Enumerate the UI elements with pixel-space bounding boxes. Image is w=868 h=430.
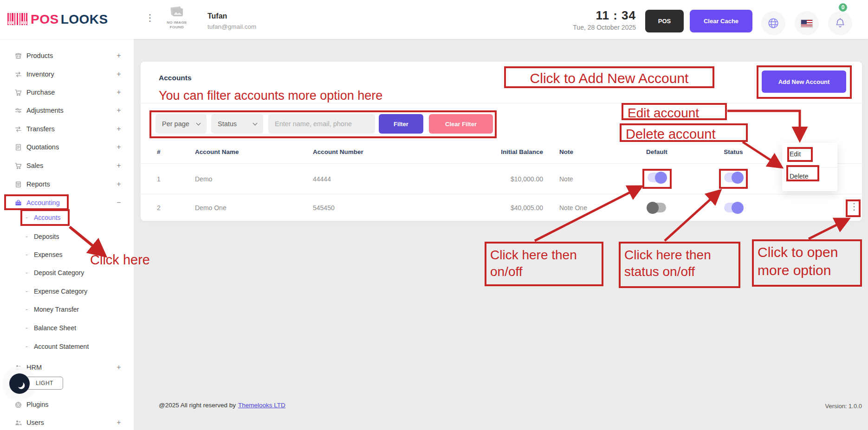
sidebar-subitem-money-transfer[interactable]: Money Transfer [0, 302, 134, 316]
exchange-arrows-icon [14, 70, 22, 78]
footer-version: Version: 1.0.0 [784, 403, 862, 410]
notifications-button[interactable] [828, 11, 852, 35]
expand-plus[interactable]: + [114, 180, 123, 188]
col-header-status: Status [696, 148, 771, 155]
subitem-label: Deposit Category [34, 269, 84, 276]
sidebar-item-sales[interactable]: Sales + [0, 158, 134, 173]
footer-copyright: @2025 All right reserved by Themelooks L… [159, 402, 285, 409]
sidebar-subitem-deposit-category[interactable]: Deposit Category [0, 266, 134, 280]
sidebar-item-label: Adjustments [26, 107, 64, 114]
sidebar-item-accounting[interactable]: Accounting − [0, 195, 134, 210]
top-bar: POSLOOKS ⋮ NO IMAGE FOUND Tufan tufan@gm… [0, 0, 868, 39]
expand-plus[interactable]: + [114, 51, 123, 60]
people-icon [14, 418, 22, 427]
bell-icon [834, 17, 846, 29]
app-logo[interactable]: POSLOOKS [7, 10, 108, 29]
user-email: tufan@gmail.com [207, 23, 256, 30]
sidebar-subitem-expenses[interactable]: Expenses [0, 248, 134, 262]
sidebar-item-label: Accounting [26, 199, 60, 206]
menu-item-delete[interactable]: Delete [790, 173, 808, 180]
expand-plus[interactable]: + [114, 106, 123, 115]
cell-num: 1 [157, 175, 161, 183]
status-toggle[interactable] [724, 173, 743, 182]
divider [782, 167, 837, 167]
sidebar-item-label: Plugins [26, 401, 49, 408]
sliders-icon [14, 106, 22, 115]
per-page-select[interactable]: Per page [155, 114, 207, 134]
sidebar-item-adjustments[interactable]: Adjustments + [0, 103, 134, 118]
annotation-box-default-hint [485, 242, 603, 286]
expand-plus[interactable]: + [114, 143, 123, 151]
sidebar-item-users[interactable]: Users + [0, 415, 134, 430]
cart-icon [14, 161, 22, 170]
globe-icon [767, 17, 779, 29]
annotation-box-status-hint [619, 242, 740, 288]
annotation-box-more-hint [752, 239, 862, 287]
expand-plus[interactable]: + [114, 363, 123, 372]
annotation-default-hint: Click here then on/off [490, 247, 577, 281]
subitem-label: Balance Sheet [34, 324, 76, 332]
cell-note: Note [559, 175, 573, 183]
toggle-knob [732, 172, 744, 184]
col-header-initial-balance: Initial Balance [466, 148, 543, 155]
status-toggle[interactable] [724, 203, 743, 212]
user-avatar[interactable]: NO IMAGE FOUND [163, 6, 190, 30]
header-menu-dots-icon[interactable]: ⋮ [145, 13, 155, 22]
subitem-label: Deposits [34, 233, 59, 240]
image-placeholder-icon [169, 6, 184, 18]
page: POSLOOKS ⋮ NO IMAGE FOUND Tufan tufan@gm… [0, 0, 868, 430]
sidebar-subitem-balance-sheet[interactable]: Balance Sheet [0, 321, 134, 335]
sidebar-subitem-expense-category[interactable]: Expense Category [0, 284, 134, 298]
sidebar-item-transfers[interactable]: Transfers + [0, 122, 134, 136]
subitem-label: Accounts [34, 214, 61, 221]
language-globe-button[interactable] [761, 11, 785, 35]
clear-filter-button[interactable]: Clear Filter [429, 114, 493, 134]
expand-plus[interactable]: + [114, 418, 123, 427]
divider [141, 163, 862, 164]
subitem-label: Expense Category [34, 288, 87, 295]
status-label: Status [218, 120, 237, 128]
briefcase-icon [14, 199, 22, 207]
annotation-more-hint: Click to open more option [758, 243, 838, 279]
default-toggle[interactable] [648, 203, 666, 212]
pos-button[interactable]: POS [645, 10, 684, 32]
sidebar-subitem-account-statement[interactable]: Account Statement [0, 340, 134, 353]
col-header-num: # [157, 148, 161, 155]
sidebar-item-quotations[interactable]: Quotations + [0, 140, 134, 154]
row-more-options-icon[interactable]: ⋮ [849, 202, 859, 211]
filter-button[interactable]: Filter [379, 114, 423, 134]
sidebar-subitem-accounts[interactable]: Accounts [0, 211, 134, 225]
menu-item-edit[interactable]: Edit [790, 150, 801, 158]
default-toggle[interactable] [648, 173, 666, 182]
locale-flag-button[interactable] [795, 11, 819, 35]
company-link[interactable]: Themelooks LTD [238, 402, 285, 409]
expand-plus[interactable]: + [114, 161, 123, 170]
add-new-account-button[interactable]: Add New Account [762, 71, 846, 93]
search-input[interactable] [268, 114, 375, 134]
theme-toggle-button[interactable] [9, 373, 30, 394]
divider [141, 194, 862, 194]
chevron-down-icon [196, 121, 201, 125]
expand-plus[interactable]: + [114, 70, 123, 78]
header-clock: 11 : 34 Tue, 28 October 2025 [534, 8, 636, 31]
sidebar-subitem-deposits[interactable]: Deposits [0, 230, 134, 244]
cell-num: 2 [157, 204, 161, 212]
sidebar-item-products[interactable]: Products + [0, 48, 134, 63]
cell-note: Note One [559, 204, 587, 212]
expand-plus[interactable]: + [114, 88, 123, 96]
collapse-minus[interactable]: − [114, 199, 123, 207]
sidebar-item-inventory[interactable]: Inventory + [0, 67, 134, 82]
us-flag-icon [801, 19, 813, 27]
col-header-account-number: Account Number [313, 148, 363, 155]
cell-balance: $10,000.00 [466, 175, 543, 183]
sidebar-item-purchase[interactable]: Purchase + [0, 85, 134, 100]
toggle-knob [732, 202, 744, 214]
sidebar-item-label: Inventory [26, 71, 54, 78]
sidebar-item-reports[interactable]: Reports + [0, 177, 134, 192]
clear-cache-button[interactable]: Clear Cache [690, 10, 752, 32]
status-select[interactable]: Status [211, 114, 263, 134]
expand-plus[interactable]: + [114, 125, 123, 133]
logo-text-looks: LOOKS [61, 12, 108, 27]
basket-icon [14, 51, 22, 60]
moon-icon [15, 379, 23, 387]
